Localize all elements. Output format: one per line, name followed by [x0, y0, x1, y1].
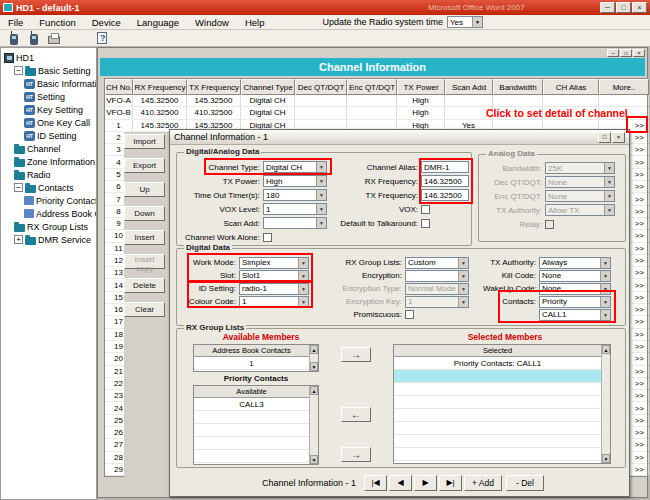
tree-item-basic-information[interactable]: HTBasic Information [1, 77, 96, 90]
tree-expander-icon[interactable]: − [14, 66, 23, 75]
scan-add-select[interactable]: ▼ [263, 217, 327, 229]
list-row[interactable] [394, 448, 601, 461]
add-priority-member-button[interactable]: → [341, 447, 371, 462]
menu-item-function[interactable]: Function [31, 17, 83, 28]
tree-item-radio[interactable]: Radio [1, 168, 96, 181]
kill-code-select[interactable]: None▼ [539, 270, 611, 282]
menu-item-help[interactable]: Help [237, 17, 273, 28]
list-row[interactable] [394, 383, 601, 396]
scroll-up-icon[interactable]: ▲ [602, 345, 610, 354]
promiscuous-checkbox[interactable] [405, 310, 414, 319]
del-channel-button[interactable]: - Del [506, 475, 544, 491]
delete-button[interactable]: Delete [124, 278, 165, 293]
nav-last-button[interactable]: ▶| [439, 475, 462, 491]
nav-next-button[interactable]: ▶ [414, 475, 437, 491]
list-row[interactable] [394, 409, 601, 422]
channel-maximize-button[interactable]: □ [620, 49, 632, 57]
down-button[interactable]: Down [124, 206, 165, 221]
time-out-timer-s-select[interactable]: 180▼ [263, 189, 327, 201]
menu-item-language[interactable]: Language [129, 17, 187, 28]
vox-checkbox[interactable] [421, 205, 430, 214]
call1-select[interactable]: CALL1▼ [539, 309, 611, 321]
tree-item-rx-group-lists[interactable]: RX Group Lists [1, 220, 96, 233]
import-button[interactable]: Import [124, 134, 165, 149]
tree-item-zone-information[interactable]: Zone Information [1, 155, 96, 168]
tx-authority-select[interactable]: Always▼ [539, 257, 611, 269]
list-row[interactable] [394, 370, 601, 383]
clear-button[interactable]: Clear [124, 302, 165, 317]
list-row[interactable] [194, 450, 309, 463]
id-setting-select[interactable]: radio-1▼ [239, 283, 309, 295]
tx-frequency-input[interactable]: 146.32500 [421, 189, 469, 201]
nav-prev-button[interactable]: ◀ [389, 475, 412, 491]
default-to-talkaround-checkbox[interactable] [421, 219, 430, 228]
channel-row-vfo-a[interactable]: VFO-A145.32500145.32500Digital CHHigh [105, 95, 647, 107]
list-row[interactable] [394, 422, 601, 435]
work-mode-select[interactable]: Simplex▼ [239, 257, 309, 269]
channel-alias-input[interactable]: DMR-1 [421, 161, 469, 173]
scroll-up-icon[interactable]: ▲ [310, 386, 318, 395]
scroll-down-icon[interactable]: ▼ [310, 362, 318, 371]
contacts-select[interactable]: Priority▼ [539, 296, 611, 308]
list-scrollbar[interactable]: ▲▼ [309, 386, 318, 464]
menu-item-device[interactable]: Device [84, 17, 129, 28]
tree-item-contacts[interactable]: −Contacts [1, 181, 96, 194]
list-row[interactable] [194, 437, 309, 450]
add-member-button[interactable]: → [341, 347, 371, 362]
dialog-maximize-button[interactable]: □ [598, 132, 611, 143]
list-row[interactable]: Priority Contacts: CALL1 [394, 357, 601, 370]
maximize-button[interactable]: □ [616, 2, 631, 13]
list-row[interactable] [394, 435, 601, 448]
menu-item-window[interactable]: Window [187, 17, 237, 28]
tree-item-one-key-call[interactable]: HTOne Key Call [1, 116, 96, 129]
print-button[interactable] [44, 30, 64, 46]
tree-item-dmr-service[interactable]: +DMR Service [1, 233, 96, 246]
tx-power-select[interactable]: High▼ [263, 175, 327, 187]
vox-level-select[interactable]: 1▼ [263, 203, 327, 215]
help-button[interactable] [92, 30, 112, 46]
channel-work-alone-checkbox[interactable] [263, 233, 272, 242]
tree-item-address-book-contacts[interactable]: Address Book Contacts [1, 207, 96, 220]
list-scrollbar[interactable]: ▲▼ [601, 345, 610, 463]
nav-first-button[interactable]: |◀ [364, 475, 387, 491]
tree-item-priority-contacts[interactable]: Priority Contacts [1, 194, 96, 207]
export-button[interactable]: Export [124, 158, 165, 173]
slot-select[interactable]: Slot1▼ [239, 270, 309, 282]
channel-type-select[interactable]: Digital CH▼ [263, 161, 327, 173]
scroll-down-icon[interactable]: ▼ [310, 455, 318, 464]
remove-member-button[interactable]: ← [341, 407, 371, 422]
tree-item-id-setting[interactable]: HTID Setting [1, 129, 96, 142]
tree-item-hd1[interactable]: HD1 [1, 51, 96, 64]
channel-close-button[interactable]: × [633, 49, 645, 57]
tree-item-setting[interactable]: HTSetting [1, 90, 96, 103]
list-row[interactable] [194, 411, 309, 424]
list-row[interactable]: CALL3 [194, 398, 309, 411]
rx-frequency-input[interactable]: 146.32500 [421, 175, 469, 187]
read-from-radio-button[interactable] [4, 30, 24, 46]
encryption-select[interactable]: ▼ [405, 270, 469, 282]
write-to-radio-button[interactable] [24, 30, 44, 46]
dialog-close-button[interactable]: × [612, 132, 625, 143]
minimize-button[interactable]: ─ [600, 2, 615, 13]
scroll-down-icon[interactable]: ▼ [602, 454, 610, 463]
wakeup-code-select[interactable]: None▼ [539, 283, 611, 295]
list-row[interactable] [194, 424, 309, 437]
radio-time-select[interactable]: Yes ▼ [447, 16, 483, 28]
tree-item-key-setting[interactable]: HTKey Setting [1, 103, 96, 116]
tree-expander-icon[interactable]: + [14, 235, 23, 244]
up-button[interactable]: Up [124, 182, 165, 197]
rx-group-lists-select[interactable]: Custom▼ [405, 257, 469, 269]
tree-expander-icon[interactable]: − [14, 183, 23, 192]
list-scrollbar[interactable]: ▲▼ [309, 345, 318, 371]
add-channel-button[interactable]: + Add [464, 475, 502, 491]
scroll-up-icon[interactable]: ▲ [310, 345, 318, 354]
list-row[interactable]: 1 [194, 357, 309, 370]
tree-item-channel[interactable]: Channel [1, 142, 96, 155]
menu-item-file[interactable]: File [0, 17, 31, 28]
tree-item-basic-setting[interactable]: −Basic Setting [1, 64, 96, 77]
close-button[interactable]: × [632, 2, 647, 13]
colour-code-select[interactable]: 1▼ [239, 296, 309, 308]
channel-minimize-button[interactable]: ─ [607, 49, 619, 57]
list-row[interactable] [394, 396, 601, 409]
insert-button[interactable]: Insert [124, 230, 165, 245]
